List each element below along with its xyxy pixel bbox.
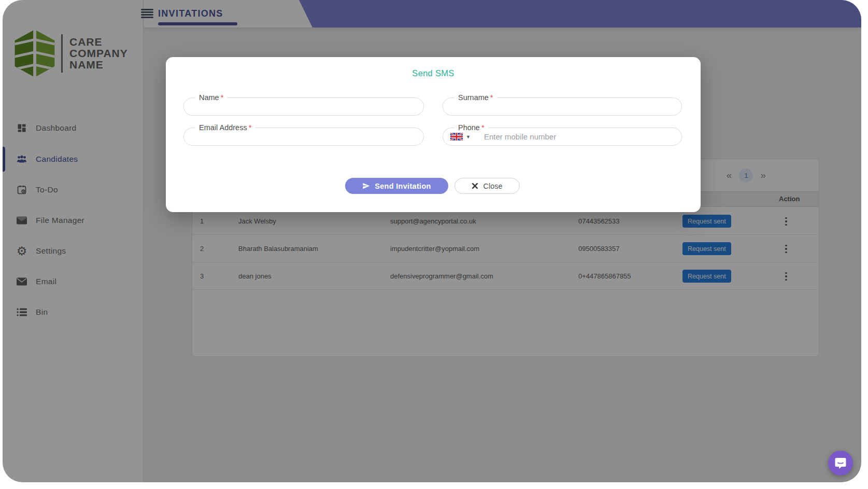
name-field: Name* bbox=[183, 97, 424, 116]
paper-plane-icon bbox=[362, 182, 370, 190]
name-input[interactable] bbox=[184, 98, 423, 115]
chat-launcher-button[interactable] bbox=[828, 451, 853, 476]
send-invitation-button[interactable]: Send Invitation bbox=[345, 178, 448, 194]
country-dropdown-caret-icon[interactable]: ▼ bbox=[466, 134, 471, 139]
app-window: CARE COMPANY NAME Dashboard Candidates T… bbox=[3, 0, 861, 482]
chat-bubble-icon bbox=[834, 457, 847, 469]
uk-flag-icon[interactable] bbox=[450, 133, 463, 141]
surname-input[interactable] bbox=[443, 98, 681, 115]
close-x-icon bbox=[472, 183, 478, 189]
modal-title: Send SMS bbox=[166, 68, 701, 78]
email-field: Email Address* bbox=[183, 128, 424, 146]
email-input[interactable] bbox=[184, 128, 423, 145]
close-button[interactable]: Close bbox=[454, 178, 520, 194]
surname-field: Surname* bbox=[443, 97, 682, 116]
phone-input[interactable] bbox=[475, 132, 681, 141]
modal-buttons: Send Invitation Close bbox=[166, 178, 701, 194]
phone-field: Phone* ▼ bbox=[443, 128, 682, 146]
send-sms-modal: Send SMS Name* Surname* Email Address* P… bbox=[166, 57, 701, 212]
